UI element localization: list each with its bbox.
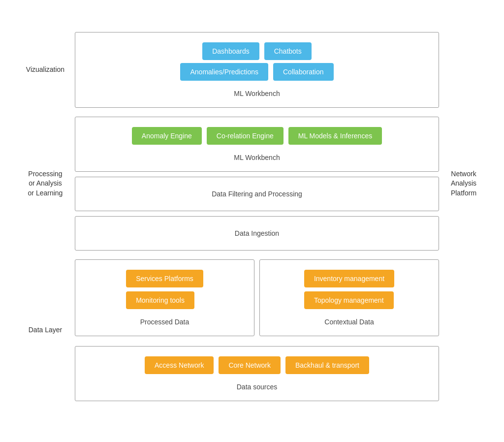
visualization-box: Dashboards Chatbots Anomalies/Prediction… (75, 32, 439, 108)
split-data-row: Services Platforms Monitoring tools Proc… (75, 259, 439, 336)
viz-button-row: Dashboards Chatbots (202, 42, 312, 60)
topology-mgmt-btn: Topology management (304, 291, 394, 309)
processing-row: Processing or Analysis or Learning Anoma… (16, 117, 488, 251)
processed-data-box: Services Platforms Monitoring tools Proc… (75, 259, 254, 336)
data-layer-content: Services Platforms Monitoring tools Proc… (75, 259, 439, 401)
filtering-box: Data Filtering and Processing (75, 177, 439, 211)
data-layer-label: Data Layer (16, 259, 75, 401)
ml-workbench-box: Anomaly Engine Co-relation Engine ML Mod… (75, 117, 439, 172)
collaboration-btn: Collaboration (273, 63, 334, 81)
filtering-label: Data Filtering and Processing (212, 187, 302, 201)
data-sources-btn-row: Access Network Core Network Backhaul & t… (145, 356, 369, 374)
corelation-engine-btn: Co-relation Engine (207, 127, 284, 145)
anomalies-btn: Anomalies/Predictions (180, 63, 268, 81)
inventory-mgmt-btn: Inventory management (304, 270, 394, 287)
anomaly-engine-btn: Anomaly Engine (132, 127, 202, 145)
processed-data-label: Processed Data (140, 318, 189, 326)
viz-right-spacer (439, 32, 488, 108)
ml-workbench-label: ML Workbench (234, 154, 280, 161)
network-analysis-label: Network Analysis Platform (439, 117, 488, 251)
ingestion-box: Data Ingestion (75, 216, 439, 251)
visualization-content: Dashboards Chatbots Anomalies/Prediction… (75, 32, 439, 108)
data-sources-label: Data sources (237, 383, 277, 391)
processed-btn-row: Services Platforms Monitoring tools (126, 270, 203, 309)
viz-button-row-2: Anomalies/Predictions Collaboration (180, 63, 333, 81)
contextual-btn-row: Inventory management Topology management (304, 270, 394, 309)
chatbots-btn: Chatbots (264, 42, 312, 60)
ml-models-btn: ML Models & Inferences (288, 127, 382, 145)
services-platforms-btn: Services Platforms (126, 270, 203, 287)
data-layer-row: Data Layer Services Platforms Monitoring… (16, 259, 488, 401)
visualization-row: Vizualization Dashboards Chatbots Anomal… (16, 32, 488, 108)
ingestion-label: Data Ingestion (235, 226, 279, 240)
ml-engine-row: Anomaly Engine Co-relation Engine ML Mod… (132, 127, 382, 145)
diagram-container: Vizualization Dashboards Chatbots Anomal… (11, 22, 493, 420)
core-network-btn: Core Network (219, 356, 281, 374)
backhaul-transport-btn: Backhaul & transport (285, 356, 369, 374)
data-sources-box: Access Network Core Network Backhaul & t… (75, 346, 439, 401)
monitoring-tools-btn: Monitoring tools (126, 291, 194, 309)
viz-workbench-label: ML Workbench (234, 90, 280, 97)
visualization-label: Vizualization (16, 32, 75, 108)
processing-content: Anomaly Engine Co-relation Engine ML Mod… (75, 117, 439, 251)
contextual-data-label: Contextual Data (324, 318, 374, 326)
contextual-data-box: Inventory management Topology management… (259, 259, 439, 336)
access-network-btn: Access Network (145, 356, 214, 374)
dashboards-btn: Dashboards (202, 42, 259, 60)
processing-label: Processing or Analysis or Learning (16, 117, 75, 251)
data-layer-right-spacer (439, 259, 488, 401)
